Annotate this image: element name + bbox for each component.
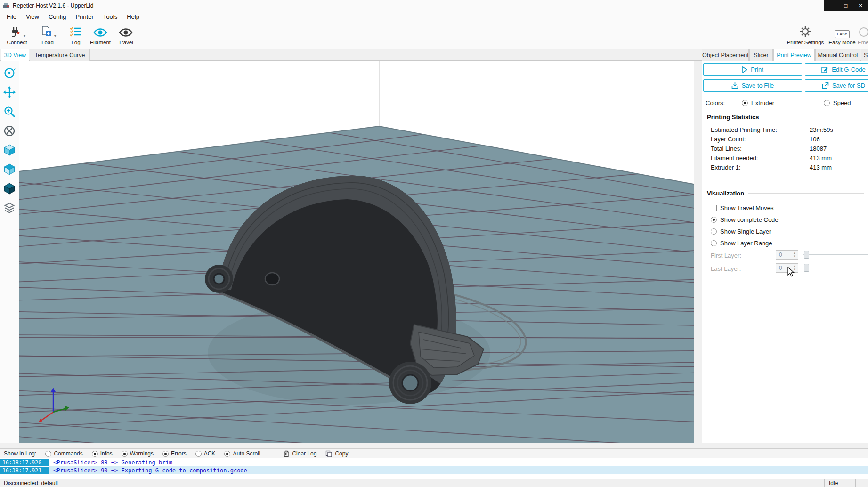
repetier-host-window: { "colors": { "accent": "#00a8d4", "bed"… <box>0 0 868 487</box>
log-message: <PrusaSlicer> 88 => Generating brim <box>49 458 868 466</box>
edit-gcode-button[interactable]: Edit G-Code <box>805 63 868 76</box>
log-filter-autoscroll[interactable]: Auto Scroll <box>224 450 260 457</box>
viewport-3d[interactable] <box>19 61 694 443</box>
filament-eye-icon <box>93 25 108 38</box>
radio-icon[interactable] <box>45 451 51 457</box>
iso-cube-icon <box>3 144 16 157</box>
last-layer-slider[interactable] <box>803 263 868 273</box>
first-layer-label: First Layer: <box>711 251 741 260</box>
easy-mode-button[interactable]: EASY Easy Mode <box>825 24 860 45</box>
radio-icon[interactable] <box>162 451 169 457</box>
connect-button[interactable]: ▾ Connect <box>4 24 30 45</box>
move-view-icon <box>3 86 16 99</box>
radio-icon[interactable] <box>711 240 717 246</box>
front-view-button[interactable] <box>2 162 17 177</box>
show-complete-code-radio[interactable]: Show complete Code <box>711 215 779 224</box>
connect-dropdown-arrow[interactable]: ▾ <box>24 34 25 38</box>
travel-toggle-button[interactable]: Travel <box>114 24 138 45</box>
menu-printer[interactable]: Printer <box>71 12 98 22</box>
log-toggle-button[interactable]: Log <box>65 24 87 45</box>
trash-icon <box>283 450 290 457</box>
radio-icon[interactable] <box>195 451 202 457</box>
load-dropdown-arrow[interactable]: ▾ <box>54 34 56 38</box>
copy-log-button[interactable]: Copy <box>325 450 348 457</box>
menu-tools[interactable]: Tools <box>98 12 122 22</box>
log-toolbar: Show in Log: Commands Infos Warnings Err… <box>0 448 868 458</box>
rotate-view-button[interactable] <box>2 65 17 81</box>
stat-row: Layer Count:106 <box>702 134 868 144</box>
emergency-stop-button[interactable]: Emergency Stop <box>858 24 868 45</box>
top-view-button[interactable] <box>2 181 17 196</box>
print-button[interactable]: Print <box>703 63 802 76</box>
print-preview-panel: Print Edit G-Code Save to File Save for … <box>702 61 868 443</box>
move-view-button[interactable] <box>2 85 17 100</box>
menu-help[interactable]: Help <box>122 12 144 22</box>
spinner-arrows[interactable]: ▲▼ <box>791 251 798 259</box>
radio-icon[interactable] <box>711 217 717 223</box>
show-layer-range-radio[interactable]: Show Layer Range <box>711 239 772 247</box>
colors-extruder-radio[interactable]: Extruder <box>742 98 774 107</box>
play-icon <box>742 66 747 73</box>
slider-thumb[interactable] <box>804 251 809 259</box>
log-filter-ack[interactable]: ACK <box>195 450 216 457</box>
toolbar-separator <box>32 25 32 46</box>
log-output[interactable]: 16:38:17.920 <PrusaSlicer> 88 => Generat… <box>0 458 868 479</box>
show-travel-moves-checkbox[interactable]: Show Travel Moves <box>711 203 773 212</box>
log-filter-errors[interactable]: Errors <box>162 450 187 457</box>
radio-icon[interactable] <box>742 100 748 106</box>
slider-thumb[interactable] <box>804 264 809 272</box>
checkbox-icon[interactable] <box>711 205 717 211</box>
edit-icon <box>821 66 828 73</box>
radio-icon[interactable] <box>824 100 830 106</box>
close-button[interactable]: ✕ <box>853 0 868 11</box>
log-row[interactable]: 16:38:17.920 <PrusaSlicer> 88 => Generat… <box>0 458 868 466</box>
radio-icon[interactable] <box>711 228 717 235</box>
isometric-view-button[interactable] <box>2 143 17 158</box>
panel-splitter[interactable] <box>694 61 702 443</box>
zoom-view-button[interactable] <box>2 104 17 119</box>
tab-sd-card[interactable]: SD Card <box>861 49 868 61</box>
log-filter-commands[interactable]: Commands <box>45 450 82 457</box>
status-bar: Disconnected: default Idle <box>0 479 868 487</box>
log-row-selected[interactable]: 16:38:17.921 <PrusaSlicer> 90 => Exporti… <box>0 466 868 474</box>
log-filter-infos[interactable]: Infos <box>92 450 113 457</box>
layer-view-button[interactable] <box>2 201 17 216</box>
tab-temperature-curve[interactable]: Temperature Curve <box>30 49 90 61</box>
fit-view-button[interactable] <box>2 123 17 138</box>
log-filter-warnings[interactable]: Warnings <box>122 450 154 457</box>
main-toolbar: ▾ Connect ▾ Load Log Filament Travel <box>0 22 868 49</box>
plug-icon <box>8 25 23 38</box>
magnifier-icon <box>3 105 16 118</box>
first-layer-slider[interactable] <box>803 250 868 260</box>
radio-icon[interactable] <box>122 451 128 457</box>
menu-config[interactable]: Config <box>44 12 71 22</box>
mouse-cursor <box>787 267 797 278</box>
filament-toggle-button[interactable]: Filament <box>87 24 114 45</box>
printer-state: Idle <box>829 479 838 487</box>
connection-status: Disconnected: default <box>4 479 58 487</box>
menu-file[interactable]: File <box>2 12 21 22</box>
clear-log-button[interactable]: Clear Log <box>283 450 316 457</box>
tab-3d-view[interactable]: 3D View <box>1 49 29 61</box>
save-to-file-button[interactable]: Save to File <box>703 79 802 92</box>
printer-settings-button[interactable]: Printer Settings <box>784 24 827 45</box>
easy-badge-icon: EASY <box>835 30 850 38</box>
maximize-button[interactable]: □ <box>838 0 853 11</box>
copy-icon <box>325 450 333 457</box>
show-single-layer-radio[interactable]: Show Single Layer <box>711 227 771 235</box>
tab-manual-control[interactable]: Manual Control <box>815 49 860 61</box>
log-list-icon <box>69 25 82 38</box>
minimize-button[interactable]: – <box>824 0 838 11</box>
first-layer-input[interactable]: 0 ▲▼ <box>776 250 798 260</box>
save-for-sd-button[interactable]: Save for SD <box>805 79 868 92</box>
radio-icon[interactable] <box>92 451 98 457</box>
tab-object-placement[interactable]: Object Placement <box>702 49 749 61</box>
menu-view[interactable]: View <box>21 12 44 22</box>
load-button[interactable]: ▾ Load <box>34 24 61 45</box>
rotate-view-icon <box>3 66 16 80</box>
colors-speed-radio[interactable]: Speed <box>824 98 851 107</box>
tab-slicer[interactable]: Slicer <box>749 49 773 61</box>
tab-print-preview[interactable]: Print Preview <box>773 49 815 61</box>
radio-icon[interactable] <box>224 451 230 457</box>
front-cube-icon <box>3 163 16 176</box>
